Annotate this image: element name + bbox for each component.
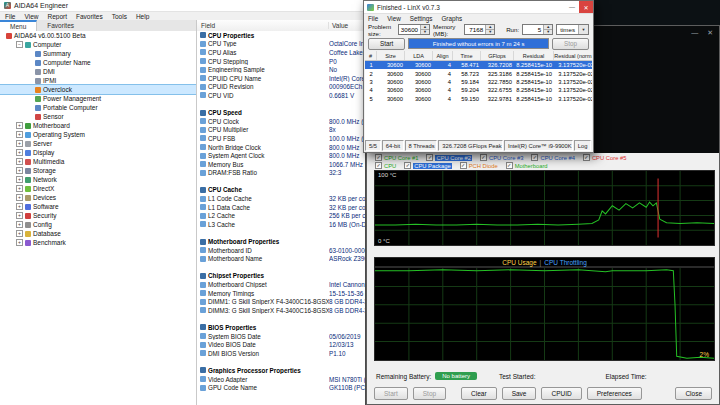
expand-icon[interactable]: +	[16, 167, 23, 174]
problem-size-stepper[interactable]: 30600 ▲▼	[398, 24, 430, 35]
field-row[interactable]: DRAM:FSB Ratio32:3	[197, 169, 365, 178]
expand-icon[interactable]: +	[16, 158, 23, 165]
sidebar-item-computer-name[interactable]: +Computer Name	[0, 58, 196, 67]
section-row[interactable]: Chipset Properties	[197, 272, 365, 281]
field-row[interactable]: DIMM3: G Skill SniperX F4-3400C16-8GSXW8…	[197, 306, 365, 315]
legend-cpu-core-4[interactable]: ✓CPU Core #4	[531, 154, 574, 161]
close-button[interactable]: Close	[675, 387, 712, 400]
checkbox-icon[interactable]: ✓	[426, 154, 433, 161]
close-icon[interactable]: ✕	[579, 1, 593, 13]
sidebar-item-aida64-v6-00-5100-beta[interactable]: AIDA64 v6.00.5100 Beta	[0, 31, 196, 40]
menu-item-report[interactable]: Report	[47, 13, 67, 20]
memory-value[interactable]: 7168	[465, 25, 485, 34]
result-row[interactable]: 23060030600458.723325.31868.258415e-103.…	[365, 69, 592, 77]
sidebar-item-sensor[interactable]: +Sensor	[0, 112, 196, 121]
clear-button[interactable]: Clear	[461, 387, 497, 400]
legend-pch-diode[interactable]: ✓PCH Diode	[460, 162, 498, 169]
sidebar-item-power-management[interactable]: +Power Management	[0, 94, 196, 103]
start-button[interactable]: Start	[374, 387, 408, 400]
sidebar-item-network[interactable]: +Network	[0, 175, 196, 184]
field-row[interactable]: L1 Code Cache32 KB per core	[197, 194, 365, 203]
sidebar-item-directx[interactable]: +DirectX	[0, 184, 196, 193]
field-row[interactable]: L1 Data Cache32 KB per core	[197, 203, 365, 212]
checkbox-icon[interactable]: ✓	[506, 162, 513, 169]
checkbox-icon[interactable]: ✓	[460, 162, 467, 169]
menu-item-view[interactable]: View	[387, 15, 401, 22]
sidebar-item-storage[interactable]: +Storage	[0, 166, 196, 175]
field-row[interactable]: Motherboard NameASRock Z390 Steel Legend	[197, 254, 365, 263]
run-unit-dropdown[interactable]: times ▼	[556, 24, 589, 35]
minimize-icon[interactable]: —	[691, 29, 698, 37]
expand-icon[interactable]: +	[16, 131, 23, 138]
menu-item-tools[interactable]: Tools	[112, 13, 127, 20]
field-row[interactable]: System BIOS Date05/06/2019	[197, 332, 365, 341]
menu-item-file[interactable]: File	[5, 13, 15, 20]
section-row[interactable]: CPU Cache	[197, 186, 365, 195]
expand-icon[interactable]: +	[16, 176, 23, 183]
sidebar-item-config[interactable]: +Config	[0, 220, 196, 229]
menu-item-favorites[interactable]: Favorites	[76, 13, 103, 20]
run-count-value[interactable]: 5	[523, 25, 543, 34]
field-row[interactable]: CPUID CPU NameIntel(R) Core(TM) i9-9900K…	[197, 74, 365, 83]
legend-cpu[interactable]: ✓CPU	[375, 162, 396, 169]
problem-size-value[interactable]: 30600	[399, 25, 420, 34]
sidebar-item-overclock[interactable]: +Overclock	[0, 85, 196, 94]
field-row[interactable]: L3 Cache16 MB (On-Die, ECC, Full-Speed)	[197, 220, 365, 229]
section-row[interactable]: CPU Properties	[197, 31, 365, 40]
legend-cpu-package[interactable]: ✓CPU Package	[404, 162, 451, 169]
menu-item-settings[interactable]: Settings	[410, 15, 433, 22]
sidebar-item-summary[interactable]: +Summary	[0, 49, 196, 58]
stepper-arrows-icon[interactable]: ▲▼	[485, 25, 494, 34]
collapse-icon[interactable]: −	[16, 41, 23, 48]
legend-motherboard[interactable]: ✓Motherboard	[506, 162, 548, 169]
expand-icon[interactable]: +	[16, 203, 23, 210]
section-row[interactable]: BIOS Properties	[197, 323, 365, 332]
legend-cpu-core-1[interactable]: ✓CPU Core #1	[375, 154, 418, 161]
menu-item-view[interactable]: View	[24, 13, 38, 20]
stepper-arrows-icon[interactable]: ▲▼	[543, 25, 552, 34]
field-row[interactable]: CPUID Revision000906ECh	[197, 83, 365, 92]
expand-icon[interactable]: +	[16, 221, 23, 228]
sidebar-item-server[interactable]: +Server	[0, 139, 196, 148]
field-row[interactable]: System Agent Clock800.0 MHz	[197, 151, 365, 160]
result-row[interactable]: 13060030600458.471326.72088.258415e-103.…	[365, 61, 592, 69]
field-row[interactable]: CPU FSB100.0 MHz (original: 100 MHz)	[197, 134, 365, 143]
expand-icon[interactable]: +	[16, 140, 23, 147]
field-row[interactable]: CPU SteppingP0	[197, 57, 365, 66]
sidebar-item-operating-system[interactable]: +Operating System	[0, 130, 196, 139]
tab-favorites[interactable]: Favorites	[37, 20, 84, 31]
memory-stepper[interactable]: 7168 ▲▼	[464, 24, 495, 35]
result-row[interactable]: 53060030600459.150322.97818.258415e-103.…	[365, 95, 592, 103]
checkbox-icon[interactable]: ✓	[480, 154, 487, 161]
field-row[interactable]: Engineering SampleNo	[197, 65, 365, 74]
legend-cpu-core-3[interactable]: ✓CPU Core #3	[480, 154, 523, 161]
preferences-button[interactable]: Preferences	[587, 387, 642, 400]
expand-icon[interactable]: +	[16, 122, 23, 129]
field-row[interactable]: L2 Cache256 KB per core (On-Die, ECC, Fu…	[197, 211, 365, 220]
stop-button[interactable]: Stop	[552, 38, 589, 50]
field-row[interactable]: Motherboard ID63-0100-000001-00101111-04…	[197, 246, 365, 255]
run-count-stepper[interactable]: 5 ▲▼	[522, 24, 553, 35]
sidebar-item-security[interactable]: +Security	[0, 211, 196, 220]
field-row[interactable]: North Bridge Clock800.0 MHz	[197, 143, 365, 152]
section-row[interactable]: CPU Speed	[197, 108, 365, 117]
sidebar-item-motherboard[interactable]: +Motherboard	[0, 121, 196, 130]
expand-icon[interactable]: +	[16, 239, 23, 246]
field-row[interactable]: GPU Code NameGK110B (PCI Express 3.0 x16…	[197, 383, 365, 392]
tab-menu[interactable]: Menu	[0, 20, 37, 31]
legend-cpu-core-2[interactable]: ✓CPU Core #2	[426, 154, 471, 161]
save-button[interactable]: Save	[502, 387, 537, 400]
result-row[interactable]: 33060030600459.184322.78508.258415e-103.…	[365, 78, 592, 86]
field-row[interactable]: Memory Timings15-15-15-36 (CL-RCD-RP-RAS…	[197, 289, 365, 298]
sidebar-item-ipmi[interactable]: +IPMI	[0, 76, 196, 85]
sidebar-item-devices[interactable]: +Devices	[0, 193, 196, 202]
checkbox-icon[interactable]: ✓	[404, 162, 411, 169]
sidebar-item-database[interactable]: +Database	[0, 229, 196, 238]
field-row[interactable]: CPU Multiplier8x	[197, 126, 365, 135]
field-row[interactable]: CPU VID0.6681 V	[197, 91, 365, 100]
field-row[interactable]: DMI BIOS VersionP1.10	[197, 349, 365, 358]
checkbox-icon[interactable]: ✓	[375, 162, 382, 169]
cpuid-button[interactable]: CPUID	[541, 387, 581, 400]
field-row[interactable]: Motherboard ChipsetIntel Cannon Point Z3…	[197, 280, 365, 289]
sidebar-item-dmi[interactable]: +DMI	[0, 67, 196, 76]
